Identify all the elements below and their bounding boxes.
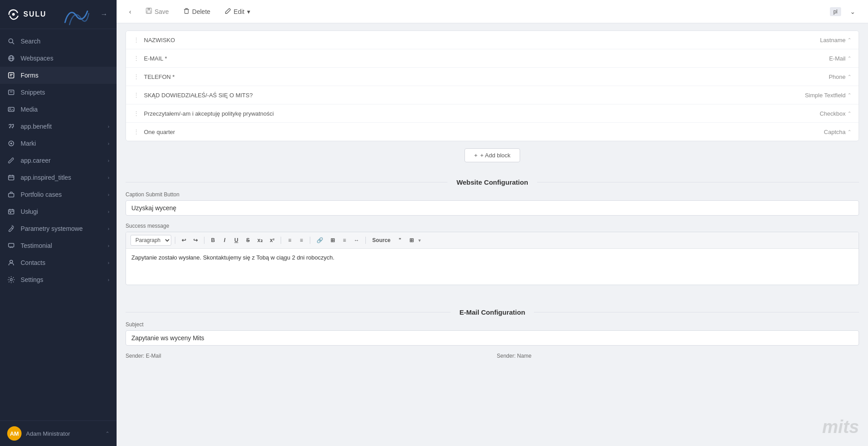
rte-align-button[interactable]: ≡ (339, 236, 349, 245)
rte-undo-button[interactable]: ↩ (179, 236, 189, 245)
table-row: ⋮ TELEFON * Phone ⌃ (126, 68, 859, 86)
sidebar-item-contacts[interactable]: Contacts › (0, 254, 117, 271)
sidebar-item-app-inspired[interactable]: app.inspired_titles › (0, 169, 117, 186)
sidebar-item-portfolio[interactable]: Portfolio cases › (0, 186, 117, 203)
field-type: E-Mail ⌃ (829, 55, 851, 62)
rte-list-ordered-button[interactable]: ≡ (285, 236, 295, 245)
rte-divider (281, 237, 281, 244)
rte-table-button[interactable]: ⊞ (328, 236, 338, 245)
sidebar-item-app-career[interactable]: app.career › (0, 152, 117, 169)
sidebar-item-snippets[interactable]: Snippets (0, 84, 117, 101)
sidebar-item-parametry[interactable]: Parametry systemowe › (0, 220, 117, 237)
svg-point-13 (10, 143, 12, 144)
rte-source-button[interactable]: Source (369, 236, 393, 245)
sidebar-item-forms[interactable]: Forms (0, 67, 117, 84)
svg-rect-28 (148, 8, 150, 10)
field-type-chevron-icon: ⌃ (847, 74, 851, 80)
field-label: SKĄD DOWIEDZIAŁEŚ/-AŚ SIĘ O MITS? (144, 92, 805, 99)
bottom-spacer (117, 369, 868, 387)
email-config-title: E-Mail Configuration (451, 308, 534, 316)
subject-input[interactable] (126, 330, 859, 346)
caption-input[interactable] (126, 200, 859, 216)
media-icon (7, 105, 15, 113)
back-icon: ‹ (129, 8, 131, 15)
chevron-right-icon: › (108, 141, 109, 146)
paragraph-select[interactable]: Paragraph (130, 235, 171, 246)
field-type: Lastname ⌃ (820, 37, 851, 43)
svg-rect-29 (147, 11, 151, 13)
svg-point-25 (10, 260, 13, 263)
gear-icon (7, 276, 15, 284)
watermark: mits (822, 417, 859, 437)
rte-quote-button[interactable]: " (395, 236, 405, 245)
sender-email-group: Sender: E-Mail (126, 353, 488, 362)
field-type: Simple Textfield ⌃ (805, 92, 851, 99)
sidebar-item-label: Usługi (21, 208, 108, 215)
add-block-button[interactable]: + + Add block (464, 148, 520, 162)
rte-grid-button[interactable]: ⊞ (407, 236, 417, 245)
sidebar-item-label: Webspaces (21, 55, 109, 62)
edit-button[interactable]: Edit ▾ (219, 5, 256, 18)
subject-field-group: Subject (126, 321, 859, 346)
drag-handle-icon[interactable]: ⋮ (133, 128, 139, 135)
sidebar-item-search[interactable]: Search (0, 33, 117, 50)
rte-superscript-button[interactable]: x² (267, 236, 278, 245)
delete-button[interactable]: Delete (178, 5, 216, 18)
website-config-header: Website Configuration (126, 169, 859, 191)
drag-handle-icon[interactable]: ⋮ (133, 91, 139, 99)
svg-rect-24 (9, 243, 14, 247)
sidebar-item-media[interactable]: Media (0, 101, 117, 118)
field-type-chevron-icon: ⌃ (847, 129, 851, 135)
rte-link-button[interactable]: 🔗 (314, 236, 326, 245)
rte-bold-button[interactable]: B (208, 236, 218, 245)
expand-icon: ⌄ (850, 8, 855, 15)
rte-italic-button[interactable]: I (220, 236, 230, 245)
sidebar-nav: Search Webspaces Forms Snippets (0, 29, 117, 420)
sidebar-item-label: app.inspired_titles (21, 174, 108, 181)
caption-label: Caption Submit Button (126, 191, 859, 198)
field-type-chevron-icon: ⌃ (847, 92, 851, 98)
sidebar-item-settings[interactable]: Settings › (0, 271, 117, 288)
drag-handle-icon[interactable]: ⋮ (133, 36, 139, 43)
sender-name-group: Sender: Name (497, 353, 859, 362)
sender-row: Sender: E-Mail Sender: Name (126, 353, 859, 362)
sidebar-item-app-benefit[interactable]: app.benefit › (0, 118, 117, 135)
sidebar-item-uslugi[interactable]: Usługi › (0, 203, 117, 220)
rte-subscript-button[interactable]: x₂ (255, 236, 265, 245)
briefcase-icon (7, 191, 15, 199)
sidebar-item-testimonial[interactable]: Testimonial › (0, 237, 117, 254)
rte-list-unordered-button[interactable]: ≡ (296, 236, 306, 245)
field-label: E-MAIL * (144, 55, 829, 62)
field-type-chevron-icon: ⌃ (847, 56, 851, 61)
lang-expand-button[interactable]: ⌄ (845, 5, 861, 18)
field-label: One quarter (144, 129, 824, 135)
app-logo: SULU (7, 8, 47, 21)
forms-icon (7, 71, 15, 79)
sidebar-item-webspaces[interactable]: Webspaces (0, 50, 117, 67)
chevron-right-icon: › (108, 260, 109, 265)
svg-rect-5 (9, 73, 14, 78)
toolbar: ‹ Save Delete Edit ▾ pl ⌄ (117, 0, 868, 23)
rte-content[interactable]: Zapytanie zostało wysłane. Skontaktujemy… (126, 249, 859, 285)
save-button[interactable]: Save (140, 5, 174, 18)
drag-handle-icon[interactable]: ⋮ (133, 110, 139, 117)
drag-handle-icon[interactable]: ⋮ (133, 73, 139, 80)
sidebar-collapse-button[interactable]: → (99, 9, 109, 20)
edit-label: Edit (234, 8, 244, 15)
circle-icon (7, 139, 15, 147)
plus-icon: + (474, 152, 477, 159)
rte-underline-button[interactable]: U (231, 236, 241, 245)
rte-indent-button[interactable]: ↔ (351, 236, 362, 245)
svg-rect-23 (10, 212, 11, 213)
svg-rect-19 (9, 210, 14, 214)
chevron-right-icon: › (108, 175, 109, 180)
rte-redo-button[interactable]: ↪ (191, 236, 200, 245)
trash-icon (183, 8, 190, 15)
sidebar-item-marki[interactable]: Marki › (0, 135, 117, 152)
rte-divider (204, 237, 204, 244)
header-line-left (126, 312, 451, 312)
drag-handle-icon[interactable]: ⋮ (133, 55, 139, 62)
rte-strikethrough-button[interactable]: S (243, 236, 253, 245)
back-button[interactable]: ‹ (124, 5, 137, 18)
rte-toolbar: Paragraph ↩ ↪ B I U S x₂ x² ≡ (126, 232, 859, 249)
